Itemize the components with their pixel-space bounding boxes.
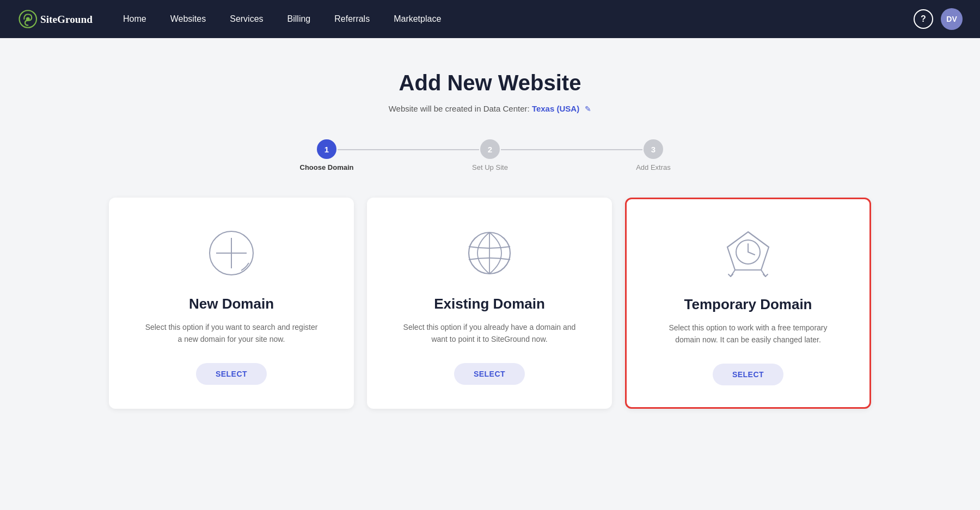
step-2-circle: 2 — [480, 139, 500, 159]
new-domain-card[interactable]: New Domain Select this option if you wan… — [109, 198, 354, 409]
svg-text:SiteGround: SiteGround — [40, 14, 93, 25]
nav-services[interactable]: Services — [220, 10, 273, 28]
step-line-1 — [338, 149, 479, 150]
new-domain-desc: Select this option if you want to search… — [144, 321, 318, 346]
existing-domain-select-button[interactable]: SELECT — [454, 363, 525, 385]
step-2-label: Set Up Site — [472, 163, 508, 171]
main-content: Add New Website Website will be created … — [0, 38, 980, 431]
domain-cards: New Domain Select this option if you wan… — [109, 198, 871, 409]
logo[interactable]: SiteGround — [17, 7, 94, 31]
svg-line-10 — [748, 252, 755, 255]
temporary-domain-card[interactable]: Temporary Domain Select this option to w… — [625, 198, 871, 409]
nav-links: Home Websites Services Billing Referrals… — [113, 10, 914, 28]
new-domain-icon — [204, 226, 259, 280]
step-3: 3 Add Extras — [572, 139, 735, 171]
page-title: Add New Website — [399, 71, 581, 95]
user-avatar[interactable]: DV — [941, 8, 963, 30]
existing-domain-desc: Select this option if you already have a… — [402, 321, 577, 346]
nav-websites[interactable]: Websites — [161, 10, 216, 28]
nav-home[interactable]: Home — [113, 10, 156, 28]
step-3-circle: 3 — [644, 139, 663, 159]
existing-domain-card[interactable]: Existing Domain Select this option if yo… — [367, 198, 612, 409]
nav-referrals[interactable]: Referrals — [324, 10, 379, 28]
step-2: 2 Set Up Site — [408, 139, 572, 171]
page-subtitle: Website will be created in Data Center: … — [389, 104, 592, 113]
data-center-link[interactable]: Texas (USA) — [532, 104, 579, 113]
temporary-domain-icon — [721, 226, 775, 281]
existing-domain-title: Existing Domain — [434, 296, 545, 312]
existing-domain-icon — [462, 226, 517, 280]
step-1-circle: 1 — [317, 139, 336, 159]
step-line-2 — [501, 149, 642, 150]
step-1: 1 Choose Domain — [245, 139, 408, 171]
nav-billing[interactable]: Billing — [278, 10, 321, 28]
step-1-label: Choose Domain — [300, 163, 354, 171]
new-domain-title: New Domain — [189, 296, 274, 312]
nav-marketplace[interactable]: Marketplace — [384, 10, 451, 28]
main-nav: SiteGround Home Websites Services Billin… — [0, 0, 980, 38]
svg-point-1 — [26, 17, 30, 21]
temporary-domain-title: Temporary Domain — [684, 296, 812, 313]
help-button[interactable]: ? — [914, 9, 933, 29]
temporary-domain-desc: Select this option to work with a free t… — [661, 322, 835, 346]
nav-right: ? DV — [914, 8, 963, 30]
stepper: 1 Choose Domain 2 Set Up Site 3 Add Extr… — [245, 139, 735, 171]
step-3-label: Add Extras — [636, 163, 671, 171]
temporary-domain-select-button[interactable]: SELECT — [713, 364, 783, 385]
edit-datacenter-icon[interactable]: ✎ — [585, 105, 591, 113]
new-domain-select-button[interactable]: SELECT — [196, 363, 267, 385]
